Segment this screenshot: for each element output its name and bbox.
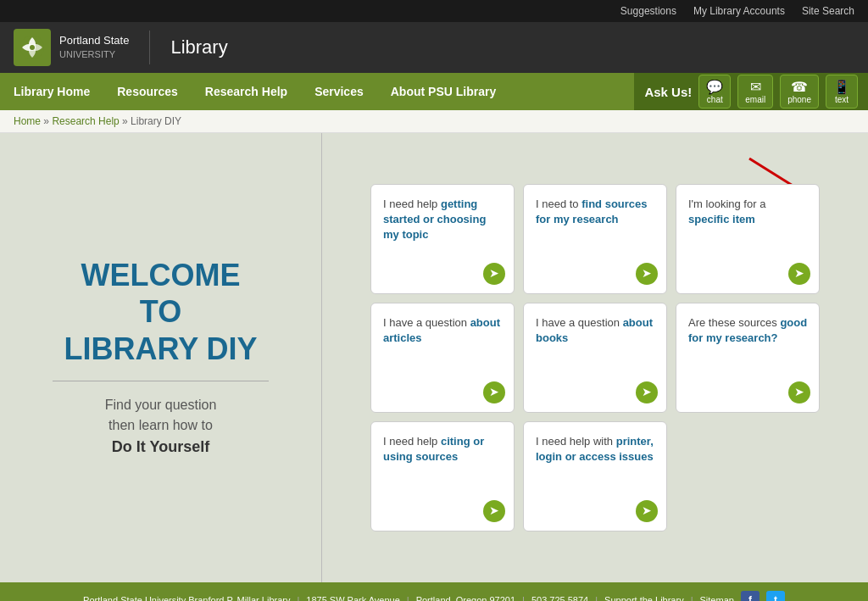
nav-resources[interactable]: Resources (103, 73, 192, 110)
breadcrumb-home[interactable]: Home (14, 115, 41, 127)
left-panel: WELCOME TO LIBRARY DIY Find your questio… (0, 133, 322, 582)
cards-grid: I need help getting started or choosing … (370, 184, 820, 531)
header: Portland State UNIVERSITY Library (0, 22, 868, 73)
library-name: Library (170, 36, 227, 58)
footer-phone: 503.725.5874 (531, 595, 588, 601)
top-bar: Suggestions My Library Accounts Site Sea… (0, 0, 868, 22)
chat-button[interactable]: 💬 chat (698, 75, 731, 109)
card-good-sources[interactable]: Are these sources good for my research? … (676, 303, 820, 413)
card-arrow-3: ➤ (788, 263, 810, 285)
main-content: WELCOME TO LIBRARY DIY Find your questio… (0, 133, 868, 582)
card-text-7: I need help citing or using sources (383, 435, 484, 463)
phone-label: phone (787, 95, 811, 104)
phone-button[interactable]: ☎ phone (780, 75, 819, 109)
card-about-articles[interactable]: I have a question about articles ➤ (370, 303, 515, 413)
card-arrow-7: ➤ (483, 500, 505, 522)
svg-point-1 (30, 45, 35, 50)
footer-sitemap-link[interactable]: Sitemap (700, 595, 734, 601)
nav-research-help[interactable]: Research Help (192, 73, 301, 110)
chat-label: chat (707, 95, 723, 104)
footer-support-link[interactable]: Support the Library (604, 595, 684, 601)
my-library-link[interactable]: My Library Accounts (693, 5, 785, 17)
logo-area: Portland State UNIVERSITY Library (14, 29, 228, 66)
card-specific-item[interactable]: I'm looking for a specific item ➤ (676, 184, 820, 294)
facebook-icon[interactable]: f (741, 591, 760, 601)
nav-links: Library Home Resources Research Help Ser… (0, 73, 634, 110)
right-panel: I need help getting started or choosing … (322, 133, 868, 582)
subtitle: Find your question then learn how to Do … (105, 395, 217, 459)
header-divider (149, 31, 150, 64)
card-find-sources[interactable]: I need to find sources for my research ➤ (523, 184, 667, 294)
card-arrow-4: ➤ (483, 381, 505, 403)
email-button[interactable]: ✉ email (737, 75, 773, 109)
nav-library-home[interactable]: Library Home (0, 73, 103, 110)
nav-bar: Library Home Resources Research Help Ser… (0, 73, 868, 110)
email-label: email (745, 95, 765, 104)
card-getting-started[interactable]: I need help getting started or choosing … (370, 184, 515, 294)
card-text-5: I have a question about books (536, 316, 653, 344)
ask-us-label: Ask Us! (644, 85, 692, 99)
site-search-link[interactable]: Site Search (802, 5, 854, 17)
card-arrow-6: ➤ (788, 381, 810, 403)
email-icon: ✉ (750, 79, 761, 95)
ask-us-area: Ask Us! 💬 chat ✉ email ☎ phone 📱 text (634, 73, 868, 110)
card-text-3: I'm looking for a specific item (688, 198, 765, 225)
phone-icon: ☎ (791, 79, 808, 95)
footer: Portland State University Branford P. Mi… (0, 582, 868, 601)
suggestions-link[interactable]: Suggestions (620, 5, 676, 17)
text-icon: 📱 (833, 79, 850, 95)
text-label: text (835, 95, 849, 104)
twitter-icon[interactable]: t (766, 591, 785, 601)
card-arrow-2: ➤ (636, 263, 658, 285)
breadcrumb: Home » Research Help » Library DIY (0, 110, 868, 133)
card-printer-login[interactable]: I need help with printer, login or acces… (523, 421, 667, 531)
card-text-4: I have a question about articles (383, 316, 500, 344)
card-arrow-5: ➤ (636, 381, 658, 403)
nav-services[interactable]: Services (301, 73, 377, 110)
chat-icon: 💬 (706, 79, 723, 95)
university-name: Portland State UNIVERSITY (59, 34, 129, 60)
psu-logo-icon (14, 29, 51, 66)
breadcrumb-current: Library DIY (131, 115, 181, 127)
card-text-1: I need help getting started or choosing … (383, 198, 486, 241)
card-arrow-1: ➤ (483, 263, 505, 285)
footer-city: Portland, Oregon 97201 (416, 595, 515, 601)
nav-about-psu[interactable]: About PSU Library (377, 73, 509, 110)
breadcrumb-research-help[interactable]: Research Help (52, 115, 119, 127)
card-text-6: Are these sources good for my research? (688, 316, 807, 344)
card-text-8: I need help with printer, login or acces… (536, 435, 654, 463)
card-about-books[interactable]: I have a question about books ➤ (523, 303, 667, 413)
footer-library-name: Portland State University Branford P. Mi… (83, 595, 290, 601)
footer-address: 1875 SW Park Avenue (306, 595, 399, 601)
title-divider (53, 381, 269, 381)
welcome-title: WELCOME TO LIBRARY DIY (64, 257, 257, 367)
card-citing-sources[interactable]: I need help citing or using sources ➤ (370, 421, 515, 531)
card-text-2: I need to find sources for my research (536, 198, 648, 225)
text-button[interactable]: 📱 text (826, 75, 858, 109)
card-arrow-8: ➤ (636, 500, 658, 522)
